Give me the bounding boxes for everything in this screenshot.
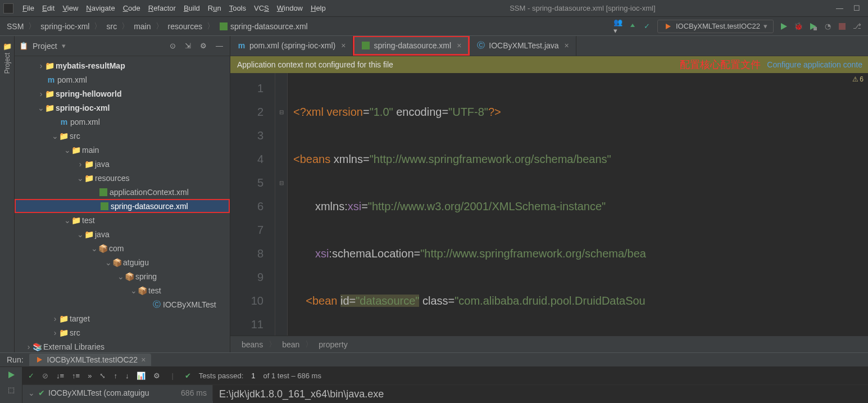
show-passed-icon[interactable]: ✓	[28, 372, 34, 380]
debug-button[interactable]: 🐞	[794, 22, 803, 31]
sort-up-icon[interactable]: ↑≡	[72, 372, 80, 380]
tree-java-test[interactable]: ⌄📁java	[15, 227, 230, 241]
vcs-branch-icon[interactable]: ⎇	[852, 22, 861, 31]
tree-xml[interactable]: applicationContext.xml	[15, 185, 230, 199]
project-view-label[interactable]: Project	[33, 42, 57, 51]
tree-src2[interactable]: ›📁src	[15, 325, 230, 339]
run-config-selector[interactable]: IOCByXMLTest.testIOC22 ▾	[657, 20, 774, 33]
fold-icon[interactable]: ⊟	[275, 171, 287, 194]
svg-rect-5	[839, 23, 846, 30]
tree-main[interactable]: ⌄📁main	[15, 143, 230, 157]
export-icon[interactable]: 📊	[137, 372, 146, 380]
stop-button[interactable]	[838, 22, 847, 31]
tree-pkg[interactable]: ⌄📦test	[15, 283, 230, 297]
expand-icon[interactable]: »	[88, 372, 92, 380]
tree-java[interactable]: ›📁java	[15, 157, 230, 171]
settings-icon[interactable]: ⚙	[153, 372, 160, 380]
resources-folder-icon: 📁	[84, 174, 93, 183]
hide-panel-icon[interactable]: —	[213, 40, 225, 51]
project-tool-label[interactable]: Project	[3, 53, 11, 74]
vcs-update-icon[interactable]	[628, 22, 637, 31]
crumb-beans[interactable]: beans	[242, 340, 263, 349]
menu-build[interactable]: Build	[180, 2, 203, 14]
tree-target[interactable]: ›📁target	[15, 311, 230, 325]
project-tree[interactable]: ›📁mybatis-resultMap mpom.xml ›📁spring-he…	[15, 56, 230, 352]
menu-code[interactable]: Code	[120, 2, 144, 14]
crumb-bean[interactable]: bean	[282, 340, 299, 349]
expand-all-icon[interactable]: ⇲	[183, 40, 193, 51]
collapse-icon[interactable]: ⤡	[99, 372, 106, 380]
next-icon[interactable]: ↓	[125, 372, 129, 380]
tree-pom[interactable]: mpom.xml	[15, 73, 230, 87]
crumb-main[interactable]: main	[134, 22, 151, 31]
tool-settings-icon[interactable]: ⚙	[198, 40, 209, 51]
run-tab[interactable]: IOCByXMLTest.testIOC22 ×	[29, 354, 152, 366]
coverage-button[interactable]	[808, 22, 817, 31]
tree-class[interactable]: ⒸIOCByXMLTest	[15, 297, 230, 311]
users-icon[interactable]: 👥▾	[613, 22, 622, 31]
select-opened-file-icon[interactable]: ⊙	[167, 40, 178, 51]
tree-test[interactable]: ⌄📁test	[15, 213, 230, 227]
tree-pkg[interactable]: ⌄📦atguigu	[15, 255, 230, 269]
menu-edit[interactable]: Edit	[39, 2, 58, 14]
tree-ext-lib[interactable]: ›📚External Libraries	[15, 339, 230, 352]
chevron-down-icon[interactable]: ▾	[62, 42, 66, 50]
crumb-project[interactable]: SSM	[7, 22, 24, 31]
menu-view[interactable]: View	[59, 2, 81, 14]
configure-context-link[interactable]: Configure application conte	[767, 60, 862, 69]
profiler-button[interactable]: ◔	[823, 22, 832, 31]
crumb-src[interactable]: src	[106, 22, 117, 31]
fold-icon[interactable]: ⊟	[275, 100, 287, 124]
prev-icon[interactable]: ↑	[113, 372, 117, 380]
console-output[interactable]: E:\jdk\jdk1.8.0_161_x64\bin\java.exe	[213, 385, 868, 403]
tree-pkg[interactable]: ⌄📦com	[15, 241, 230, 255]
vcs-commit-icon[interactable]: ✓	[643, 22, 652, 31]
menu-navigate[interactable]: Navigate	[83, 2, 118, 14]
crumb-module[interactable]: spring-ioc-xml	[40, 22, 89, 31]
maximize-icon[interactable]: ☐	[853, 4, 860, 12]
test-tree[interactable]: ⌄ ✔ IOCByXMLTest (com.atguigu 686 ms	[22, 385, 213, 403]
editor-tab-spring-ds[interactable]: spring-datasource.xml×	[353, 36, 470, 56]
crumb-property[interactable]: property	[319, 340, 347, 349]
editor-tab-java[interactable]: ⒸIOCByXMLTest.java×	[470, 36, 576, 56]
run-config-label: IOCByXMLTest.testIOC22	[676, 22, 760, 30]
sort-down-icon[interactable]: ↓≡	[56, 372, 64, 380]
toggle-button[interactable]: ⬚	[7, 385, 16, 394]
minimize-icon[interactable]: —	[836, 4, 843, 12]
close-icon[interactable]: ×	[341, 41, 346, 50]
editor-tab-pom[interactable]: mpom.xml (spring-ioc-xml)×	[230, 36, 353, 56]
close-icon[interactable]: ×	[457, 41, 461, 50]
menu-help[interactable]: Help	[307, 2, 329, 14]
tree-module-active[interactable]: ⌄📁spring-ioc-xml	[15, 101, 230, 115]
menu-run[interactable]: Run	[204, 2, 225, 14]
tree-src[interactable]: ⌄📁src	[15, 129, 230, 143]
tree-pom[interactable]: mpom.xml	[15, 115, 230, 129]
code-editor[interactable]: ⚠6 1234567891011 ⊟⊟ <?xml version="1.0" …	[230, 73, 868, 336]
crumb-file[interactable]: spring-datasource.xml	[219, 22, 308, 31]
annotation-text: 配置核心配置文件	[680, 58, 761, 71]
tree-module[interactable]: ›📁spring-helloworld	[15, 87, 230, 101]
tree-resources[interactable]: ⌄📁resources	[15, 171, 230, 185]
menu-file[interactable]: File	[19, 2, 38, 14]
menu-tools[interactable]: Tools	[226, 2, 249, 14]
tree-module[interactable]: ›📁mybatis-resultMap	[15, 58, 230, 73]
left-tool-rail: 📁 Project	[0, 36, 15, 352]
menu-refactor[interactable]: Refactor	[145, 2, 179, 14]
inspection-widget[interactable]: ⚠6	[852, 75, 864, 83]
svg-marker-1	[666, 24, 671, 29]
crumb-resources[interactable]: resources	[168, 22, 202, 31]
close-icon[interactable]: ×	[141, 355, 146, 364]
tree-xml-selected[interactable]: spring-datasource.xml	[15, 199, 230, 213]
project-tool-icon[interactable]: 📁	[3, 42, 12, 51]
java-class-icon: Ⓒ	[476, 41, 485, 50]
tree-pkg[interactable]: ⌄📦spring	[15, 269, 230, 283]
rerun-button[interactable]	[7, 370, 16, 379]
menu-window[interactable]: Window	[274, 2, 306, 14]
menu-vcs[interactable]: VCS	[251, 2, 272, 14]
show-ignored-icon[interactable]: ⊘	[42, 372, 48, 380]
libraries-icon: 📚	[33, 342, 42, 351]
code-area[interactable]: <?xml version="1.0" encoding="UTF-8"?> <…	[288, 73, 868, 336]
close-icon[interactable]: ×	[565, 41, 569, 50]
run-button[interactable]	[779, 22, 788, 31]
fold-gutter[interactable]: ⊟⊟	[275, 73, 288, 336]
